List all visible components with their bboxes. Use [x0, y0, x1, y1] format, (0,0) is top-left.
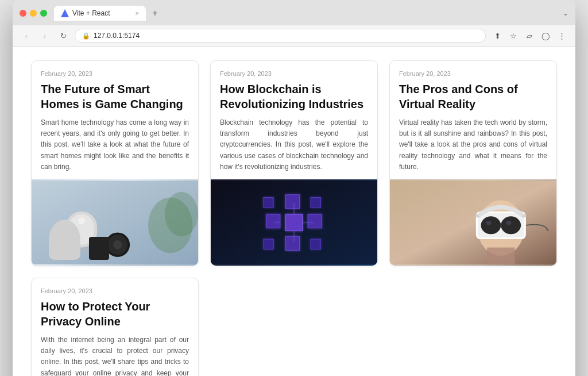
- svg-rect-13: [308, 214, 322, 228]
- card-content: February 20, 2023 How Blockchain is Revo…: [211, 61, 377, 179]
- card-date: February 20, 2023: [220, 70, 368, 77]
- card-date: February 20, 2023: [41, 287, 189, 294]
- tab-favicon: [61, 9, 69, 17]
- card-content: February 20, 2023 The Future of Smart Ho…: [32, 61, 198, 179]
- sidebar-button[interactable]: ▱: [523, 29, 536, 43]
- card-title: How to Protect Your Privacy Online: [41, 299, 189, 329]
- blog-grid-top: February 20, 2023 The Future of Smart Ho…: [31, 60, 557, 266]
- svg-rect-24: [390, 181, 556, 264]
- blog-card-blockchain[interactable]: February 20, 2023 How Blockchain is Revo…: [210, 60, 378, 266]
- toolbar-actions: ⬆ ☆ ▱ ◯ ⋮: [490, 29, 568, 43]
- svg-rect-14: [286, 195, 300, 209]
- tab-close-button[interactable]: ×: [136, 10, 139, 17]
- card-image-vr: [390, 179, 556, 266]
- share-button[interactable]: ⬆: [490, 29, 504, 43]
- address-text: 127.0.0.1:5174: [94, 32, 140, 40]
- close-button[interactable]: [20, 10, 26, 17]
- svg-point-9: [165, 192, 198, 236]
- active-tab[interactable]: Vite + React ×: [54, 6, 146, 21]
- blog-grid-bottom: February 20, 2023 How to Protect Your Pr…: [31, 278, 557, 376]
- browser-toolbar: ‹ › ↻ 🔒 127.0.0.1:5174 ⬆ ☆ ▱ ◯ ⋮: [13, 25, 575, 47]
- address-lock-icon: 🔒: [82, 32, 90, 40]
- address-bar[interactable]: 🔒 127.0.0.1:5174: [75, 29, 486, 43]
- svg-point-32: [501, 216, 521, 234]
- new-tab-button[interactable]: +: [148, 6, 162, 20]
- svg-point-4: [78, 217, 85, 224]
- card-image-smarthome: [32, 179, 198, 266]
- svg-point-34: [506, 221, 512, 225]
- svg-rect-12: [266, 214, 280, 228]
- minimize-button[interactable]: [30, 10, 37, 17]
- blog-card-smarthome[interactable]: February 20, 2023 The Future of Smart Ho…: [31, 60, 199, 266]
- back-button[interactable]: ‹: [20, 29, 33, 43]
- maximize-button[interactable]: [40, 10, 47, 17]
- svg-rect-18: [264, 239, 273, 249]
- svg-rect-17: [311, 197, 320, 207]
- svg-rect-15: [286, 236, 300, 250]
- page-content: February 20, 2023 The Future of Smart Ho…: [13, 47, 575, 376]
- window-maximize-icon[interactable]: ⌄: [563, 9, 568, 17]
- card-content: February 20, 2023 How to Protect Your Pr…: [32, 278, 198, 376]
- svg-rect-16: [264, 197, 273, 207]
- card-date: February 20, 2023: [41, 70, 189, 77]
- titlebar-top: Vite + React × + ⌄: [20, 6, 568, 21]
- svg-point-31: [481, 216, 501, 234]
- card-excerpt: With the internet being an integral part…: [41, 335, 189, 376]
- browser-titlebar: Vite + React × + ⌄: [13, 0, 575, 25]
- card-title: The Pros and Cons of Virtual Reality: [399, 82, 547, 112]
- blog-card-privacy[interactable]: February 20, 2023 How to Protect Your Pr…: [31, 278, 199, 376]
- browser-window: Vite + React × + ⌄ ‹ › ↻ 🔒 127.0.0.1:517…: [13, 0, 575, 376]
- card-excerpt: Blockchain technology has the potential …: [220, 117, 368, 172]
- card-date: February 20, 2023: [399, 70, 547, 77]
- more-menu-button[interactable]: ⋮: [555, 29, 568, 43]
- bookmark-button[interactable]: ☆: [506, 29, 520, 43]
- traffic-lights: [20, 10, 47, 17]
- card-title: The Future of Smart Homes is Game Changi…: [41, 82, 189, 112]
- svg-rect-26: [487, 247, 514, 264]
- svg-rect-11: [286, 214, 303, 231]
- tab-bar: Vite + React × + ⌄: [54, 6, 568, 21]
- svg-point-33: [486, 221, 492, 225]
- tab-title: Vite + React: [72, 9, 110, 17]
- card-excerpt: Smart home technology has come a long wa…: [41, 117, 189, 172]
- blog-card-vr[interactable]: February 20, 2023 The Pros and Cons of V…: [389, 60, 557, 266]
- refresh-button[interactable]: ↻: [56, 29, 70, 43]
- card-content: February 20, 2023 The Pros and Cons of V…: [390, 61, 556, 179]
- card-title: How Blockchain is Revolutionizing Indust…: [220, 82, 368, 112]
- svg-point-7: [113, 240, 122, 249]
- forward-button[interactable]: ›: [38, 29, 52, 43]
- svg-rect-19: [311, 239, 320, 249]
- card-excerpt: Virtual reality has taken the tech world…: [399, 117, 547, 172]
- card-image-blockchain: [211, 179, 377, 266]
- profile-button[interactable]: ◯: [539, 29, 552, 43]
